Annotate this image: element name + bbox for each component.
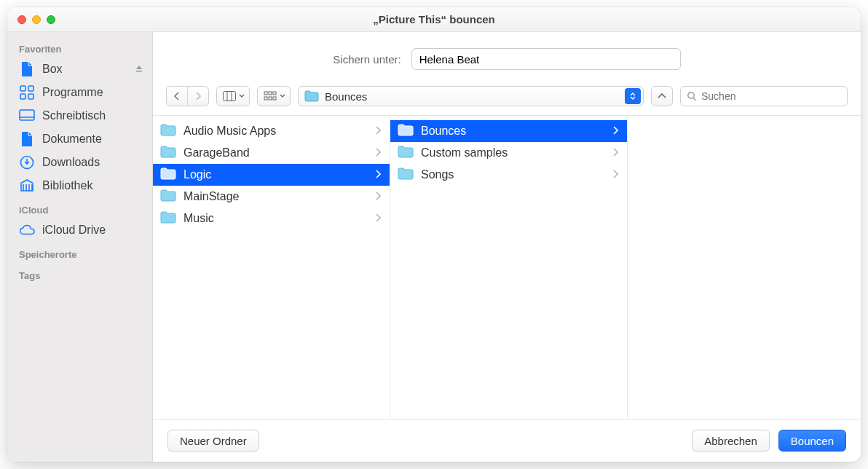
folder-label: Songs bbox=[421, 168, 454, 181]
sidebar-item-label: Bibliothek bbox=[42, 179, 92, 192]
folder-row[interactable]: Audio Music Apps bbox=[153, 120, 390, 142]
sidebar-item[interactable]: Programme bbox=[7, 81, 152, 104]
location-popup[interactable]: Bounces bbox=[298, 86, 644, 106]
folder-icon bbox=[398, 167, 414, 183]
folder-label: MainStage bbox=[184, 190, 240, 203]
svg-rect-0 bbox=[20, 86, 25, 91]
browser-column: Audio Music AppsGarageBandLogicMainStage… bbox=[153, 116, 390, 419]
sidebar-item[interactable]: Schreibtisch bbox=[7, 104, 152, 127]
sidebar-item-label: Box bbox=[42, 63, 63, 76]
chevron-right-icon bbox=[375, 125, 381, 138]
folder-label: GarageBand bbox=[184, 146, 250, 159]
back-button[interactable] bbox=[167, 87, 187, 106]
folder-row[interactable]: Logic bbox=[153, 164, 390, 186]
folder-label: Music bbox=[184, 212, 214, 225]
minimize-window-button[interactable] bbox=[32, 15, 41, 24]
desktop-icon bbox=[19, 108, 35, 124]
chevron-down-icon bbox=[239, 94, 245, 98]
window-controls bbox=[7, 15, 55, 24]
chevron-up-icon bbox=[658, 93, 666, 99]
svg-rect-12 bbox=[273, 92, 276, 95]
apps-icon bbox=[19, 84, 35, 100]
sidebar-item[interactable]: Box bbox=[7, 58, 152, 81]
svg-rect-14 bbox=[269, 97, 272, 100]
folder-row[interactable]: Custom samples bbox=[390, 142, 627, 164]
sidebar-item[interactable]: Bibliothek bbox=[7, 174, 152, 197]
sidebar-item-label: Dokumente bbox=[42, 133, 102, 146]
close-window-button[interactable] bbox=[17, 15, 26, 24]
sidebar-item-label: Schreibtisch bbox=[42, 109, 106, 122]
chevron-right-icon bbox=[612, 125, 618, 138]
sidebar-section-header: iCloud bbox=[7, 197, 152, 218]
search-icon bbox=[687, 91, 697, 101]
search-field[interactable] bbox=[680, 86, 848, 106]
columns-view-icon bbox=[223, 91, 236, 101]
chevron-right-icon bbox=[612, 168, 618, 181]
location-stepper-icon bbox=[625, 88, 641, 104]
browser-column: BouncesCustom samplesSongs bbox=[390, 116, 628, 419]
main-pane: Sichern unter: bbox=[153, 32, 861, 462]
folder-row[interactable]: GarageBand bbox=[153, 142, 390, 164]
column-browser: Audio Music AppsGarageBandLogicMainStage… bbox=[153, 116, 861, 419]
save-as-label: Sichern unter: bbox=[333, 53, 401, 66]
sidebar-item-label: Downloads bbox=[42, 156, 100, 169]
sidebar-section-header: Speicherorte bbox=[7, 242, 152, 263]
svg-rect-7 bbox=[224, 92, 236, 101]
zoom-window-button[interactable] bbox=[47, 15, 55, 24]
location-label: Bounces bbox=[325, 90, 619, 103]
view-grid-button[interactable] bbox=[257, 86, 291, 106]
svg-rect-3 bbox=[28, 94, 33, 99]
svg-rect-11 bbox=[269, 92, 272, 95]
library-icon bbox=[19, 178, 35, 194]
folder-icon bbox=[398, 123, 414, 139]
chevron-right-icon bbox=[375, 212, 381, 225]
sidebar: FavoritenBoxProgrammeSchreibtischDokumen… bbox=[7, 32, 153, 462]
svg-line-17 bbox=[693, 98, 696, 100]
chevron-left-icon bbox=[173, 92, 181, 100]
confirm-button[interactable]: Bouncen bbox=[778, 430, 846, 452]
sidebar-section-header: Favoriten bbox=[7, 36, 152, 58]
folder-icon bbox=[160, 123, 176, 139]
search-input[interactable] bbox=[701, 90, 841, 102]
document-icon bbox=[19, 131, 35, 147]
sidebar-item[interactable]: Downloads bbox=[7, 151, 152, 174]
forward-button[interactable] bbox=[187, 87, 208, 106]
chevron-down-icon bbox=[280, 94, 285, 98]
sidebar-item[interactable]: Dokumente bbox=[7, 127, 152, 151]
document-icon bbox=[19, 61, 35, 77]
folder-icon bbox=[160, 210, 176, 226]
sidebar-item-label: iCloud Drive bbox=[42, 224, 106, 237]
save-row: Sichern unter: bbox=[153, 32, 861, 77]
folder-row[interactable]: Songs bbox=[390, 164, 627, 186]
folder-row[interactable]: MainStage bbox=[153, 186, 390, 208]
download-icon bbox=[19, 154, 35, 170]
toolbar: Bounces bbox=[153, 77, 861, 116]
svg-rect-10 bbox=[264, 92, 267, 95]
filename-input[interactable] bbox=[411, 48, 681, 70]
view-columns-button[interactable] bbox=[216, 86, 250, 106]
svg-rect-2 bbox=[20, 94, 25, 99]
grid-view-icon bbox=[264, 91, 277, 101]
folder-row[interactable]: Bounces bbox=[390, 120, 627, 142]
chevron-right-icon bbox=[612, 146, 618, 159]
chevron-right-icon bbox=[375, 168, 381, 181]
folder-label: Logic bbox=[184, 168, 211, 181]
eject-icon[interactable] bbox=[135, 63, 143, 76]
sidebar-section-header: Tags bbox=[7, 263, 152, 284]
collapse-browser-button[interactable] bbox=[651, 86, 673, 106]
folder-icon bbox=[398, 145, 414, 161]
cancel-button[interactable]: Abbrechen bbox=[692, 430, 770, 452]
svg-point-16 bbox=[688, 92, 694, 98]
sidebar-item-label: Programme bbox=[42, 86, 103, 99]
browser-column bbox=[628, 116, 861, 419]
chevron-right-icon bbox=[194, 92, 202, 100]
svg-rect-13 bbox=[264, 97, 267, 100]
folder-icon bbox=[160, 189, 176, 205]
sidebar-item[interactable]: iCloud Drive bbox=[7, 218, 152, 242]
chevron-right-icon bbox=[375, 190, 381, 203]
folder-row[interactable]: Music bbox=[153, 208, 390, 229]
folder-icon bbox=[304, 90, 319, 102]
svg-rect-4 bbox=[20, 110, 34, 120]
new-folder-button[interactable]: Neuer Ordner bbox=[167, 430, 259, 452]
svg-rect-15 bbox=[273, 97, 276, 100]
